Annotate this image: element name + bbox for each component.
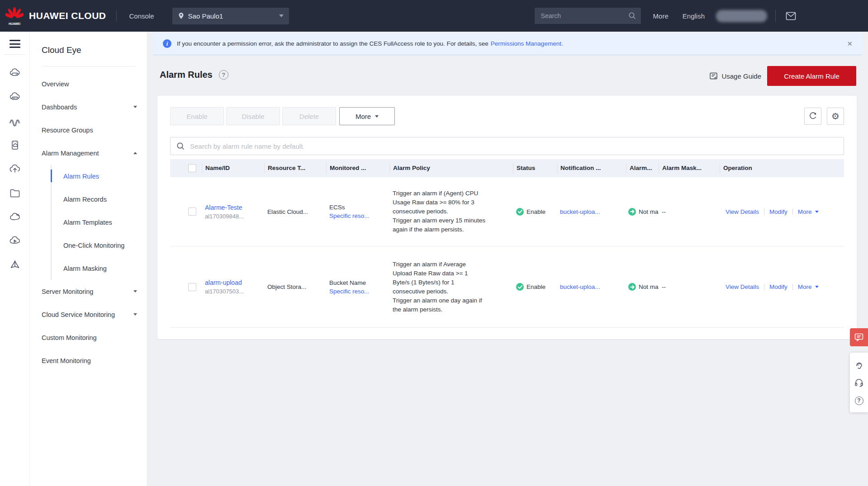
sidebar-item-alarm-records[interactable]: Alarm Records bbox=[51, 188, 147, 211]
alarm-name-link[interactable]: Alarme-Teste bbox=[205, 204, 264, 211]
headset-icon bbox=[854, 378, 863, 387]
specific-resources-link[interactable]: Specific reso... bbox=[329, 288, 389, 295]
row-more-link[interactable]: More bbox=[798, 208, 812, 215]
modify-link[interactable]: Modify bbox=[769, 208, 787, 215]
info-icon: i bbox=[163, 39, 171, 48]
region-selector[interactable]: Sao Paulo1 bbox=[172, 8, 289, 24]
refresh-button[interactable] bbox=[804, 108, 821, 125]
notification-object-link[interactable]: bucket-uploa... bbox=[560, 283, 600, 290]
col-status: Status bbox=[513, 163, 557, 174]
messages-icon[interactable] bbox=[786, 12, 796, 20]
operation-divider bbox=[792, 208, 793, 215]
more-menu[interactable]: More bbox=[653, 12, 669, 20]
cloud-icon[interactable] bbox=[9, 211, 21, 223]
alarm-policy-cell: Trigger an alarm if Average Upload Rate … bbox=[389, 260, 513, 314]
sidebar-item-alarm-management[interactable]: Alarm Management bbox=[30, 142, 147, 165]
view-details-link[interactable]: View Details bbox=[726, 208, 759, 215]
alarm-action-cell: Not ma bbox=[626, 208, 659, 216]
hamburger-menu-icon[interactable] bbox=[9, 40, 20, 48]
table-search-bar[interactable] bbox=[170, 137, 844, 155]
language-selector[interactable]: English bbox=[683, 12, 705, 20]
region-name: Sao Paulo1 bbox=[188, 12, 223, 20]
monitored-cell: ECSs Specific reso... bbox=[326, 204, 389, 219]
delete-button[interactable]: Delete bbox=[282, 107, 336, 125]
notification-cell: bucket-uploa... bbox=[557, 283, 626, 290]
col-alarm-policy: Alarm Policy bbox=[389, 163, 513, 174]
folder-icon[interactable] bbox=[9, 187, 21, 199]
resource-type-cell: Object Stora... bbox=[264, 283, 326, 290]
col-operation: Operation bbox=[720, 163, 844, 174]
select-all-checkbox[interactable] bbox=[188, 164, 196, 172]
alarm-id: al170309848... bbox=[205, 213, 264, 220]
global-search[interactable] bbox=[535, 8, 641, 24]
support-button[interactable] bbox=[850, 373, 868, 392]
chevron-down-icon bbox=[815, 286, 819, 288]
feedback-button[interactable] bbox=[850, 328, 868, 346]
specific-resources-link[interactable]: Specific reso... bbox=[329, 212, 389, 219]
alarm-rules-card: Enable Disable Delete More ⚙ bbox=[157, 96, 857, 339]
refresh-icon bbox=[808, 112, 817, 121]
cloud-play-icon[interactable] bbox=[9, 235, 21, 247]
sidebar-item-server-monitoring[interactable]: Server Monitoring bbox=[30, 280, 147, 303]
usage-guide-button[interactable]: Usage Guide bbox=[709, 72, 761, 80]
sidebar-item-alarm-templates[interactable]: Alarm Templates bbox=[51, 211, 147, 234]
sidebar-item-event-monitoring[interactable]: Event Monitoring bbox=[30, 349, 147, 372]
chevron-up-icon bbox=[133, 152, 137, 154]
sidebar-item-alarm-rules[interactable]: Alarm Rules bbox=[51, 165, 147, 188]
huawei-logo-caption: HUAWEI bbox=[9, 22, 20, 25]
chevron-down-icon bbox=[133, 313, 137, 316]
alarm-id: al170307503... bbox=[205, 288, 264, 295]
huawei-logo[interactable]: HUAWEI bbox=[5, 6, 24, 26]
settings-button[interactable]: ⚙ bbox=[827, 108, 844, 125]
monitored-cell: Bucket Name Specific reso... bbox=[326, 279, 389, 295]
sidebar-item-overview[interactable]: Overview bbox=[30, 72, 147, 95]
sidebar-item-one-click-monitoring[interactable]: One-Click Monitoring bbox=[51, 234, 147, 257]
alarm-name-link[interactable]: alarm-upload bbox=[205, 279, 264, 286]
server-disk-icon[interactable] bbox=[9, 139, 21, 151]
sidebar-item-dashboards[interactable]: Dashboards bbox=[30, 95, 147, 118]
more-actions-button[interactable]: More bbox=[339, 107, 395, 125]
cloud-host-icon[interactable] bbox=[9, 91, 21, 103]
table-row: Alarme-Teste al170309848... Elastic Clou… bbox=[170, 177, 844, 246]
help-icon[interactable]: ? bbox=[219, 70, 228, 80]
top-bar-left: HUAWEI HUAWEI CLOUD Console Sao Paulo1 bbox=[0, 6, 289, 26]
modify-link[interactable]: Modify bbox=[769, 283, 787, 290]
cloud-server-icon[interactable] bbox=[9, 67, 21, 79]
monitor-waves-icon[interactable] bbox=[9, 115, 21, 127]
pyramid-icon[interactable] bbox=[9, 259, 21, 271]
disable-button[interactable]: Disable bbox=[226, 107, 280, 125]
resource-type-cell: Elastic Cloud... bbox=[264, 208, 326, 215]
account-name-blurred[interactable] bbox=[716, 10, 767, 22]
page-header: Alarm Rules ? bbox=[160, 70, 228, 80]
top-bar-divider bbox=[116, 10, 117, 22]
alarm-masking-cell: -- bbox=[659, 208, 720, 215]
sidebar-item-resource-groups[interactable]: Resource Groups bbox=[30, 118, 147, 142]
notification-object-link[interactable]: bucket-uploa... bbox=[560, 208, 600, 215]
permissions-management-link[interactable]: Permissions Management. bbox=[491, 40, 563, 47]
alarm-rule-search-input[interactable] bbox=[190, 142, 838, 150]
region-caret-icon bbox=[279, 14, 284, 17]
sidebar-item-alarm-masking[interactable]: Alarm Masking bbox=[51, 257, 147, 280]
action-arrow-icon bbox=[628, 283, 636, 291]
row-checkbox[interactable] bbox=[188, 208, 196, 216]
operation-divider bbox=[764, 208, 764, 215]
service-title: Cloud Eye bbox=[30, 32, 147, 55]
sidebar-item-custom-monitoring[interactable]: Custom Monitoring bbox=[30, 326, 147, 349]
enable-button[interactable]: Enable bbox=[170, 107, 224, 125]
sidebar-item-cloud-service-monitoring[interactable]: Cloud Service Monitoring bbox=[30, 303, 147, 326]
view-details-link[interactable]: View Details bbox=[726, 283, 759, 290]
console-link[interactable]: Console bbox=[129, 12, 154, 20]
row-checkbox[interactable] bbox=[188, 283, 196, 291]
rail-divider bbox=[4, 54, 26, 55]
create-alarm-rule-button[interactable]: Create Alarm Rule bbox=[767, 66, 856, 86]
cloud-upload-icon[interactable] bbox=[9, 163, 21, 175]
close-icon[interactable]: ✕ bbox=[847, 40, 853, 48]
voice-assist-button[interactable] bbox=[850, 355, 868, 373]
operation-divider bbox=[792, 284, 793, 290]
search-icon[interactable] bbox=[628, 12, 636, 20]
help-button[interactable]: ? bbox=[850, 392, 868, 410]
table-header-row: Name/ID Resource T... Monitored ... Alar… bbox=[170, 159, 844, 177]
global-search-input[interactable] bbox=[541, 12, 628, 19]
table-toolbar: Enable Disable Delete More bbox=[170, 107, 395, 125]
row-more-link[interactable]: More bbox=[798, 283, 812, 290]
